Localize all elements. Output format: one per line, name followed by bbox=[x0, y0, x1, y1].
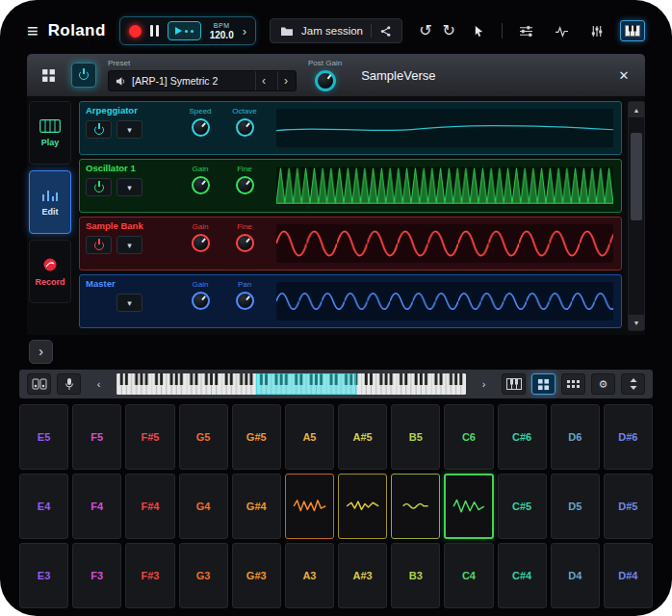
pad-f4[interactable]: F4 bbox=[72, 474, 121, 539]
step-grid-icon[interactable] bbox=[561, 373, 585, 395]
pad-gs5[interactable]: G#5 bbox=[232, 404, 281, 470]
transport-controls: BPM 120.0 › bbox=[119, 16, 256, 45]
pad-d6[interactable]: D6 bbox=[551, 404, 600, 470]
redo-icon[interactable]: ↻ bbox=[443, 23, 455, 38]
play-mode-button[interactable] bbox=[168, 21, 201, 40]
channel-dropdown-button[interactable]: ▾ bbox=[116, 236, 142, 254]
pad-f3[interactable]: F3 bbox=[72, 543, 121, 608]
mic-icon[interactable] bbox=[57, 373, 81, 395]
pad-fs3[interactable]: F#3 bbox=[125, 543, 174, 608]
signal-icon[interactable] bbox=[549, 20, 574, 41]
pause-button[interactable] bbox=[150, 25, 159, 37]
pad-g4[interactable]: G4 bbox=[179, 474, 228, 539]
pad-c6[interactable]: C6 bbox=[444, 404, 493, 470]
pad-fs5[interactable]: F#5 bbox=[125, 404, 174, 470]
speed-knob[interactable] bbox=[192, 118, 210, 137]
pad-cs6[interactable]: C#6 bbox=[498, 404, 547, 470]
channel-dropdown-button[interactable]: ▾ bbox=[116, 294, 142, 312]
channel-dropdown-button[interactable]: ▾ bbox=[116, 178, 142, 196]
preset-prev-button[interactable]: ‹ bbox=[255, 71, 271, 90]
pad-d5[interactable]: D5 bbox=[551, 474, 600, 539]
pad-ds6[interactable]: D#6 bbox=[604, 404, 653, 470]
scrollbar-track[interactable] bbox=[629, 117, 644, 315]
pad-b3[interactable]: B3 bbox=[391, 543, 440, 608]
knob-label: Speed bbox=[189, 107, 211, 116]
pad-c4[interactable]: C4 bbox=[444, 543, 493, 608]
pad-grid: E5 F5 F#5 G5 G#5 A5 A#5 B5 C6 C#6 D6 D#6… bbox=[19, 398, 653, 610]
pad-a3[interactable]: A3 bbox=[285, 543, 334, 608]
device-icon[interactable] bbox=[27, 373, 51, 395]
scroll-up-icon[interactable]: ▲ bbox=[629, 102, 644, 117]
session-selector[interactable]: Jam session bbox=[270, 18, 402, 43]
pad-ds4[interactable]: D#4 bbox=[604, 543, 653, 608]
close-icon[interactable]: ✕ bbox=[612, 68, 635, 83]
keys-view-icon[interactable] bbox=[502, 373, 526, 395]
bpm-display[interactable]: BPM 120.0 bbox=[210, 22, 234, 40]
record-icon bbox=[129, 25, 142, 38]
oscillator-waveform bbox=[276, 167, 613, 205]
pad-c5-sample[interactable] bbox=[444, 474, 493, 539]
pad-e3[interactable]: E3 bbox=[19, 543, 68, 608]
octave-knob[interactable] bbox=[236, 118, 254, 137]
fine-knob[interactable] bbox=[236, 176, 254, 194]
post-gain-knob[interactable] bbox=[315, 70, 336, 91]
channel-power-button[interactable] bbox=[86, 120, 112, 139]
pad-e4[interactable]: E4 bbox=[19, 474, 68, 539]
channel-power-button[interactable] bbox=[86, 178, 112, 196]
keyboard-view-icon[interactable] bbox=[620, 20, 645, 41]
record-button[interactable] bbox=[129, 25, 142, 38]
panel-expand-row: › bbox=[19, 335, 653, 368]
transport-expand-button[interactable]: › bbox=[243, 24, 246, 38]
channel-power-button[interactable] bbox=[86, 236, 112, 254]
mini-keyboard[interactable] bbox=[116, 373, 466, 395]
pad-a5[interactable]: A5 bbox=[285, 404, 334, 470]
arpeggiator-waveform bbox=[276, 109, 613, 147]
pad-as4-sample[interactable] bbox=[338, 474, 387, 539]
pad-g3[interactable]: G3 bbox=[179, 543, 228, 608]
knob-label: Pan bbox=[238, 280, 251, 289]
pad-ds5[interactable]: D#5 bbox=[604, 474, 653, 539]
pads-view-icon[interactable] bbox=[531, 373, 556, 395]
pointer-icon[interactable] bbox=[466, 20, 491, 41]
faders-icon[interactable] bbox=[584, 20, 609, 41]
pad-g5[interactable]: G5 bbox=[179, 404, 228, 470]
gain-knob[interactable] bbox=[192, 176, 210, 194]
sidebar-item-play[interactable]: Play bbox=[29, 101, 71, 165]
menu-icon[interactable]: ≡ bbox=[27, 21, 39, 40]
scrollbar-thumb[interactable] bbox=[631, 133, 642, 219]
pad-d4[interactable]: D4 bbox=[551, 543, 600, 608]
pad-f5[interactable]: F5 bbox=[72, 404, 121, 470]
expand-panel-button[interactable]: › bbox=[29, 340, 53, 364]
pad-a4-sample[interactable] bbox=[285, 474, 334, 539]
grid-view-icon[interactable] bbox=[37, 64, 60, 87]
scroll-down-icon[interactable]: ▼ bbox=[629, 315, 644, 330]
fine-knob[interactable] bbox=[236, 234, 254, 252]
pad-cs4[interactable]: C#4 bbox=[498, 543, 547, 608]
share-icon[interactable] bbox=[379, 25, 392, 38]
pad-as5[interactable]: A#5 bbox=[338, 404, 387, 470]
gain-knob[interactable] bbox=[192, 292, 210, 310]
pad-gs3[interactable]: G#3 bbox=[232, 543, 281, 608]
expand-vertical-icon[interactable] bbox=[621, 373, 645, 395]
pad-e5[interactable]: E5 bbox=[19, 404, 68, 470]
gain-knob[interactable] bbox=[192, 234, 210, 252]
keyboard-scroll-right-icon[interactable]: › bbox=[472, 373, 496, 395]
pad-fs4[interactable]: F#4 bbox=[125, 474, 174, 539]
undo-icon[interactable]: ↺ bbox=[419, 23, 431, 38]
pan-knob[interactable] bbox=[236, 292, 254, 310]
pad-as3[interactable]: A#3 bbox=[338, 543, 387, 608]
keyboard-scroll-left-icon[interactable]: ‹ bbox=[87, 373, 111, 395]
instrument-power-button[interactable] bbox=[71, 63, 96, 88]
knob-label: Gain bbox=[193, 280, 209, 289]
pad-b4-sample[interactable] bbox=[391, 474, 440, 539]
preset-select[interactable]: [ARP-1] Symetric 2 ‹ › bbox=[108, 70, 297, 91]
pad-gs4[interactable]: G#4 bbox=[232, 474, 281, 539]
mixer-sliders-icon[interactable] bbox=[513, 20, 538, 41]
channel-dropdown-button[interactable]: ▾ bbox=[116, 120, 142, 139]
pad-cs5[interactable]: C#5 bbox=[498, 474, 547, 539]
sidebar-item-record[interactable]: Record bbox=[29, 240, 71, 303]
gear-icon[interactable]: ⚙ bbox=[591, 373, 615, 395]
sidebar-item-edit[interactable]: Edit bbox=[29, 170, 71, 234]
preset-next-button[interactable]: › bbox=[277, 71, 294, 90]
pad-b5[interactable]: B5 bbox=[391, 404, 440, 470]
